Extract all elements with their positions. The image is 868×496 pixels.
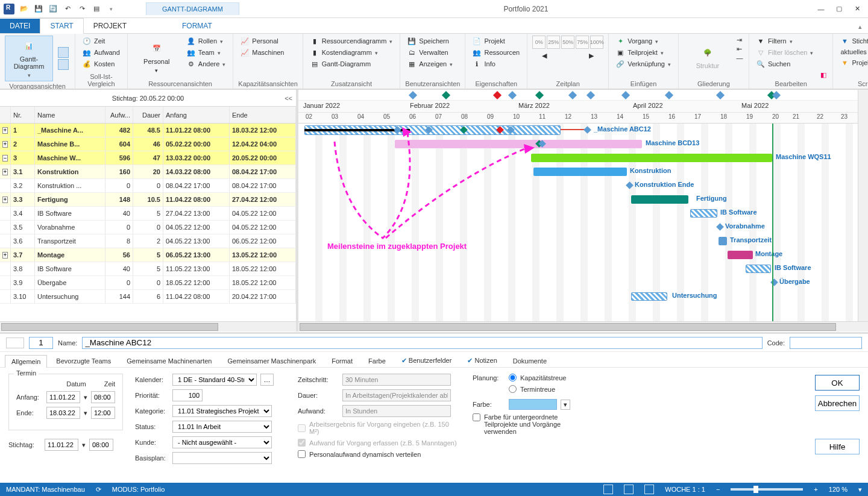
ribbon-collapse-icon[interactable]: ▴ xyxy=(852,20,868,33)
aktuell-button[interactable]: aktuelles Datum xyxy=(838,47,868,57)
kategorie-select[interactable]: 11.01 Strategisches Projekt xyxy=(172,405,272,417)
close-icon[interactable]: ✕ xyxy=(849,2,866,16)
table-row[interactable]: 3.9Übergabe0 018.05.22 12:0018.05.22 12:… xyxy=(0,276,296,290)
table-row[interactable]: + 3.7Montage56 506.05.22 13:0013.05.22 1… xyxy=(0,248,296,262)
detail-tab[interactable]: Dokumente xyxy=(506,354,553,367)
anzeigen-button[interactable]: ▦Anzeigen xyxy=(405,58,455,69)
gantt-body[interactable]: _Maschine ABC12Maschine BCD13Maschine WQ… xyxy=(298,124,868,321)
gantt-bar[interactable] xyxy=(631,195,688,204)
redo-icon[interactable]: ↷ xyxy=(77,4,87,14)
refresh-icon[interactable]: 🔄 xyxy=(48,4,58,14)
filtern-button[interactable]: ▼Filtern xyxy=(754,36,816,46)
andere-button[interactable]: ⚙Andere xyxy=(184,58,228,69)
gantt-hscroll[interactable] xyxy=(298,321,868,331)
gantt-bar[interactable] xyxy=(531,154,772,162)
gantt-diagram-button[interactable]: 📊 Gantt-Diagramm ▾ xyxy=(5,36,53,81)
view-icon-2[interactable] xyxy=(624,485,634,494)
stichtag-date[interactable] xyxy=(45,439,78,451)
col-anfang[interactable]: Anfang xyxy=(163,107,230,123)
view2-icon[interactable] xyxy=(58,59,69,70)
detail-tab[interactable]: Bevorzugte Teams xyxy=(49,354,118,367)
gantt-bar[interactable] xyxy=(719,237,727,245)
personal-button[interactable]: 📅Personal▾ xyxy=(133,36,181,79)
info-button[interactable]: ℹInfo xyxy=(470,58,522,69)
indent-icon[interactable]: ⇥ xyxy=(735,36,744,44)
help-button[interactable]: Hilfe xyxy=(815,439,860,454)
gantt-bar[interactable] xyxy=(728,251,753,259)
kalender-select[interactable]: 1 DE - Standard 40-Stun xyxy=(172,374,257,386)
tab-projekt[interactable]: PROJEKT xyxy=(84,19,136,33)
projekt-button[interactable]: 📄Projekt xyxy=(470,36,522,46)
gantt-bar[interactable] xyxy=(690,209,717,218)
teilprojekt-button[interactable]: ▣Teilprojekt xyxy=(614,47,673,58)
table-row[interactable]: + 3.3Fertigung148 10.511.04.22 08:0027.0… xyxy=(0,193,296,207)
status-select[interactable]: 11.01 In Arbeit xyxy=(172,421,272,433)
view-icon[interactable] xyxy=(58,47,69,58)
anfang-time[interactable] xyxy=(91,391,115,403)
table-row[interactable]: 3.10Untersuchung144 611.04.22 08:0020.04… xyxy=(0,290,296,304)
minimize-icon[interactable]: — xyxy=(813,2,829,16)
outdent-icon[interactable]: ⇤ xyxy=(735,45,744,53)
col-nr[interactable]: Nr. xyxy=(11,107,35,123)
expand-icon[interactable]: + xyxy=(2,141,8,148)
zoom-50[interactable]: 50% xyxy=(561,36,574,49)
gantt-bar[interactable] xyxy=(533,168,627,176)
vorgang-button[interactable]: ✦Vorgang xyxy=(614,36,673,46)
prio-input[interactable] xyxy=(172,389,203,401)
stichtag-time[interactable] xyxy=(89,439,113,451)
zoom-100[interactable]: 100% xyxy=(590,36,603,49)
table-row[interactable]: 3.4IB Software40 527.04.22 13:0004.05.22… xyxy=(0,207,296,221)
milestone-icon[interactable] xyxy=(716,223,724,231)
detail-tab[interactable]: Format xyxy=(325,354,359,367)
anfang-date[interactable] xyxy=(46,391,80,403)
color-swatch[interactable] xyxy=(509,399,557,410)
gantt-bar[interactable] xyxy=(631,292,667,301)
right-arrow-icon[interactable]: ▶ xyxy=(587,51,596,60)
nav-buttons[interactable] xyxy=(6,337,24,348)
table-row[interactable]: – 3Maschine W...596 4713.03.22 00:0020.0… xyxy=(0,151,296,165)
team-button[interactable]: 👥Team xyxy=(184,47,228,58)
view-icon-1[interactable] xyxy=(603,485,613,494)
pers-check[interactable] xyxy=(298,450,306,458)
ok-button[interactable]: OK xyxy=(815,375,860,391)
detail-tab[interactable]: Notizen xyxy=(461,354,503,367)
planung-kap[interactable] xyxy=(509,374,517,381)
col-dauer[interactable]: Dauer xyxy=(133,107,163,123)
kalender-more[interactable]: … xyxy=(260,374,274,386)
zoom-in-icon[interactable]: + xyxy=(814,486,817,493)
grid-collapse-icon[interactable]: << xyxy=(285,95,292,102)
expand-icon[interactable]: + xyxy=(2,252,8,259)
expand-icon[interactable]: + xyxy=(2,196,8,203)
maximize-icon[interactable]: ▢ xyxy=(831,2,848,16)
zeit-button[interactable]: 🕐Zeit xyxy=(80,36,122,46)
zoom-75[interactable]: 75% xyxy=(576,36,589,49)
detail-tab[interactable]: Benutzerfelder xyxy=(395,354,459,367)
cancel-button[interactable]: Abbrechen xyxy=(815,395,860,411)
detail-tab[interactable]: Allgemein xyxy=(5,355,47,368)
color-drop[interactable]: ▾ xyxy=(561,400,570,410)
kap-personal-button[interactable]: 📈Personal xyxy=(238,36,286,46)
kap-maschinen-button[interactable]: 📈Maschinen xyxy=(238,47,286,58)
gantt-bar[interactable] xyxy=(395,140,642,148)
left-arrow-icon[interactable]: ◀ xyxy=(540,51,549,60)
zoom-25[interactable]: 25% xyxy=(547,36,560,49)
expand-icon[interactable]: – xyxy=(2,155,8,162)
ressourcen-button[interactable]: 👥Ressourcen xyxy=(470,47,522,58)
detail-tab[interactable]: Gemeinsame Machinenarten xyxy=(120,354,218,367)
suchen-button[interactable]: 🔍Suchen xyxy=(754,58,816,69)
detail-tab[interactable]: Farbe xyxy=(362,354,392,367)
ende-time[interactable] xyxy=(91,407,115,419)
verkn-button[interactable]: 🔗Verknüpfung xyxy=(614,58,673,69)
table-row[interactable]: 3.8IB Software40 511.05.22 13:0018.05.22… xyxy=(0,262,296,276)
zoom-menu-icon[interactable]: ▾ xyxy=(858,486,862,494)
split-icon[interactable]: — xyxy=(735,54,744,62)
eraser-icon[interactable]: ◧ xyxy=(819,71,828,79)
zoom-slider[interactable] xyxy=(731,488,803,491)
speichern-button[interactable]: 💾Speichern xyxy=(405,36,455,46)
col-ende[interactable]: Ende xyxy=(230,107,296,123)
projanf-button[interactable]: ▼Projektanfang xyxy=(838,57,868,68)
undo-icon[interactable]: ↶ xyxy=(63,4,72,14)
tab-datei[interactable]: DATEI xyxy=(0,19,40,33)
gantt-vscroll[interactable] xyxy=(858,90,868,321)
table-row[interactable]: + 3.1Konstruktion160 2014.03.22 08:0008.… xyxy=(0,165,296,179)
